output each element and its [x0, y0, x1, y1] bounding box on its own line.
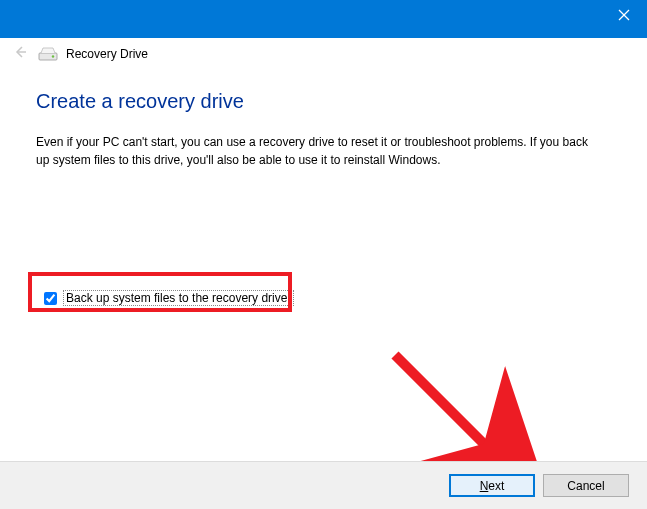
- window-header: Recovery Drive: [0, 42, 148, 66]
- close-icon: [618, 9, 630, 21]
- svg-point-4: [52, 55, 54, 57]
- titlebar: [0, 0, 647, 38]
- backup-checkbox[interactable]: [44, 292, 57, 305]
- footer: Next Cancel: [0, 461, 647, 509]
- window-title: Recovery Drive: [66, 47, 148, 61]
- next-button[interactable]: Next: [449, 474, 535, 497]
- close-button[interactable]: [601, 0, 647, 30]
- cancel-button[interactable]: Cancel: [543, 474, 629, 497]
- next-button-rest: ext: [488, 479, 504, 493]
- recovery-drive-icon: [38, 46, 58, 62]
- backup-checkbox-row[interactable]: Back up system files to the recovery dri…: [40, 288, 298, 308]
- svg-rect-3: [39, 53, 57, 60]
- backup-checkbox-label[interactable]: Back up system files to the recovery dri…: [63, 290, 294, 306]
- svg-line-5: [395, 355, 498, 458]
- page-description: Even if your PC can't start, you can use…: [36, 133, 596, 169]
- main-content: Create a recovery drive Even if your PC …: [36, 80, 611, 169]
- back-arrow-icon: [10, 44, 30, 64]
- page-heading: Create a recovery drive: [36, 90, 611, 113]
